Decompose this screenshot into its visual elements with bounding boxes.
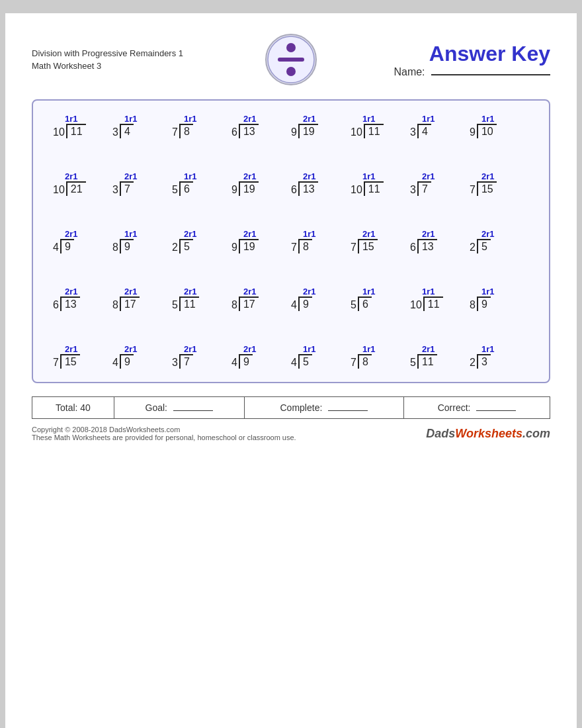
answer: 1r1: [362, 344, 376, 354]
problem: 2r1 6 13: [410, 229, 470, 253]
dividend: 11: [422, 356, 434, 368]
dividend-container: 11: [423, 296, 443, 311]
dividend: 6: [362, 298, 368, 310]
dividend-container: 7: [417, 181, 431, 196]
dividend: 9: [243, 356, 249, 368]
divisor: 8: [470, 299, 477, 311]
answer: 2r1: [184, 344, 197, 354]
problem: 2r1 4 9: [231, 344, 291, 369]
dividend: 13: [422, 241, 434, 253]
total-cell: Total: 40: [32, 397, 114, 419]
dividend-container: 19: [239, 181, 259, 196]
answer: 2r1: [243, 171, 257, 181]
dividend: 15: [362, 241, 374, 253]
goal-underline: [173, 410, 213, 411]
correct-underline: [476, 410, 516, 411]
dividend-container: 7: [120, 181, 134, 196]
divisor: 9: [470, 126, 477, 138]
division-display: 3 7: [172, 354, 193, 369]
dads-logo: DadsWorksheets.com: [426, 427, 550, 441]
svg-point-3: [286, 43, 296, 52]
problem: 1r1 8 9: [112, 229, 172, 253]
dividend-container: 9: [298, 296, 312, 311]
goal-label: Goal:: [146, 402, 167, 413]
division-display: 6 13: [410, 239, 437, 253]
answer: 2r1: [65, 344, 78, 354]
division-display: 8 17: [112, 296, 140, 311]
answer: 2r1: [184, 229, 197, 239]
division-display: 6 13: [53, 296, 80, 311]
answer-key-label: Answer Key: [337, 42, 550, 66]
dividend-container: 15: [477, 181, 497, 196]
divisor: 10: [410, 299, 423, 311]
division-display: 4 9: [231, 354, 253, 369]
dividend-container: 9: [120, 354, 134, 369]
dividend-container: 4: [120, 124, 134, 138]
goal-cell: Goal:: [114, 397, 244, 419]
dividend-container: 13: [298, 181, 318, 196]
dividend-container: 9: [120, 239, 134, 253]
problem: 2r1 7 15: [53, 344, 112, 369]
problem: 2r1 9 19: [231, 229, 291, 253]
problem-row-3: 2r1 6 13 2r1 8 17 2r1 5: [53, 287, 529, 311]
division-display: 6 13: [291, 181, 318, 196]
dividend: 13: [243, 126, 255, 138]
dividend-container: 19: [298, 124, 318, 138]
dividend: 5: [303, 356, 309, 368]
correct-label: Correct:: [438, 402, 471, 413]
dividend: 3: [481, 356, 487, 368]
divisor: 3: [410, 126, 417, 138]
divisor: 7: [291, 242, 298, 253]
problem: 1r1 10 11: [410, 287, 470, 311]
division-display: 2 5: [470, 239, 491, 253]
correct-cell: Correct:: [404, 397, 550, 419]
division-display: 10 11: [410, 296, 443, 311]
answer: 1r1: [362, 114, 376, 124]
division-display: 9 19: [231, 239, 259, 253]
problem: 1r1 2 3: [470, 344, 529, 369]
answer: 2r1: [65, 229, 78, 239]
divisor: 5: [172, 184, 179, 196]
division-display: 8 9: [112, 239, 134, 253]
problem: 1r1 10 11: [351, 171, 410, 196]
dividend-container: 11: [417, 354, 437, 369]
problem-row-2: 2r1 4 9 1r1 8 9 2r1 2: [53, 229, 529, 253]
copyright-line1: Copyright © 2008-2018 DadsWorksheets.com: [32, 426, 296, 433]
dividend: 9: [303, 298, 309, 310]
divisor: 2: [470, 357, 477, 369]
problem: 1r1 3 4: [410, 114, 470, 138]
division-display: 7 15: [470, 181, 497, 196]
name-line: Name:: [337, 66, 550, 78]
dividend: 9: [124, 241, 130, 253]
svg-rect-2: [278, 58, 304, 62]
divisor: 9: [231, 242, 239, 253]
division-display: 7 15: [351, 239, 378, 253]
problem: 2r1 4 9: [112, 344, 172, 369]
footer-table: Total: 40 Goal: Complete: Correct:: [32, 396, 550, 419]
divisor: 3: [112, 184, 120, 196]
answer: 2r1: [243, 229, 257, 239]
answer: 1r1: [362, 287, 376, 296]
problem: 2r1 2 5: [172, 229, 231, 253]
answer: 2r1: [65, 287, 78, 296]
answer: 2r1: [481, 229, 495, 239]
problem: 1r1 5 6: [172, 171, 231, 196]
division-display: 2 3: [470, 354, 491, 369]
answer: 1r1: [362, 171, 376, 181]
problem: 1r1 7 8: [172, 114, 231, 138]
divisor: 6: [231, 126, 239, 138]
division-display: 10 21: [53, 181, 86, 196]
dividend-container: 21: [66, 181, 86, 196]
division-display: 3 7: [112, 181, 134, 196]
dividend: 4: [124, 126, 130, 138]
header-right: Answer Key Name:: [337, 42, 550, 78]
dividend-container: 7: [179, 354, 193, 369]
answer: 2r1: [124, 171, 138, 181]
answer: 1r1: [422, 114, 435, 124]
answer: 2r1: [422, 229, 435, 239]
answer: 1r1: [481, 287, 495, 296]
division-display: 9 19: [231, 181, 259, 196]
divisor: 8: [231, 299, 239, 311]
name-underline: [431, 74, 550, 75]
divisor: 7: [172, 126, 179, 138]
